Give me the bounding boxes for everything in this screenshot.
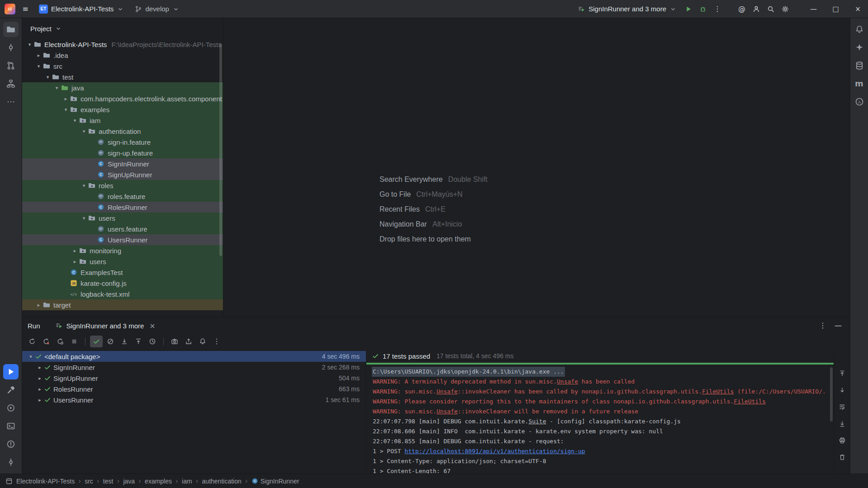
tool-window-button-more-tool-windows[interactable]: ⋯ <box>3 94 19 109</box>
tree-row-authentication[interactable]: ▾authentication <box>22 126 223 137</box>
chevron-icon[interactable]: ▸ <box>71 248 79 254</box>
breadcrumb-item-electrolink-api-tests[interactable]: Electrolink-API-Tests <box>16 478 75 485</box>
tree-row-target[interactable]: ▸target <box>22 299 223 310</box>
console-scrollbar[interactable] <box>830 367 833 422</box>
test-row-signuprunner[interactable]: ▸SignUpRunner504 ms <box>22 373 366 384</box>
run-tab[interactable]: SignInRunner and 3 more × <box>53 317 158 334</box>
tool-window-button-project[interactable] <box>3 22 19 37</box>
print-button[interactable] <box>836 435 849 446</box>
tree-row-usersrunner[interactable]: CUsersRunner <box>22 234 223 245</box>
console-output[interactable]: C:\Users\USUARIO\.jdks\openjdk-24.0.1\bi… <box>366 365 834 474</box>
tool-window-button-services[interactable] <box>3 400 19 416</box>
more-options-button[interactable]: ⋮ <box>210 336 223 347</box>
chevron-icon[interactable]: ▾ <box>53 85 61 91</box>
console-class-link[interactable]: Unsafe <box>557 378 578 385</box>
scroll-end-button[interactable] <box>836 418 849 429</box>
expand-all-button[interactable] <box>118 336 131 347</box>
rerun-failed-tests-button[interactable] <box>40 336 52 347</box>
project-widget[interactable]: ET Electrolink-API-Tests <box>35 2 128 16</box>
tree-row-rolesrunner[interactable]: CRolesRunner <box>22 202 223 213</box>
screenshot-button[interactable] <box>168 336 181 347</box>
chevron-icon[interactable]: ▸ <box>35 302 43 308</box>
minimize-button[interactable]: — <box>803 0 824 18</box>
chevron-icon[interactable]: ▾ <box>27 354 35 360</box>
tool-window-button-pull-requests[interactable] <box>3 58 19 73</box>
show-ignored-button[interactable] <box>104 336 117 347</box>
project-tree-scrollbar[interactable] <box>219 43 222 256</box>
tool-window-button-database[interactable] <box>852 58 867 73</box>
chevron-icon[interactable]: ▸ <box>62 96 70 102</box>
tool-window-button-ai-assistant[interactable] <box>852 40 867 55</box>
tree-row-roles-feature[interactable]: roles.feature <box>22 191 223 202</box>
tree-row-karate-config-js[interactable]: JSkarate-config.js <box>22 278 223 289</box>
tree-row-monitoring[interactable]: ▸monitoring <box>22 245 223 256</box>
tool-window-button-version-control[interactable] <box>3 455 19 470</box>
chevron-icon[interactable]: ▸ <box>36 375 44 381</box>
project-panel-header[interactable]: Project <box>22 18 223 39</box>
breadcrumb-item-signinrunner[interactable]: CSignInRunner <box>251 478 299 485</box>
main-menu-button[interactable]: ≡ <box>19 3 32 15</box>
chevron-icon[interactable]: ▸ <box>36 365 44 370</box>
console-class-link[interactable]: FileUtils <box>702 388 734 395</box>
run-configuration-widget[interactable]: SignInRunner and 3 more <box>574 2 680 16</box>
breadcrumb-item-src[interactable]: src <box>85 478 93 485</box>
tree-row-idea[interactable]: ▸.idea <box>22 50 223 61</box>
chevron-icon[interactable]: ▾ <box>80 215 88 221</box>
tree-row-sign-in-feature[interactable]: sign-in.feature <box>22 137 223 147</box>
ai-assistant-button[interactable]: @ <box>735 3 748 15</box>
tree-row-signuprunner[interactable]: CSignUpRunner <box>22 169 223 180</box>
test-row-usersrunner[interactable]: ▸UsersRunner1 sec 61 ms <box>22 394 366 405</box>
test-row-signinrunner[interactable]: ▸SignInRunner2 sec 268 ms <box>22 362 366 373</box>
tree-row-sign-up-feature[interactable]: sign-up.feature <box>22 147 223 158</box>
tree-row-users[interactable]: ▸users <box>22 256 223 267</box>
tree-row-java[interactable]: ▾java <box>22 82 223 93</box>
tool-window-button-problems[interactable] <box>3 436 19 452</box>
more-actions-button[interactable]: ⋮ <box>711 3 724 15</box>
console-class-link[interactable]: Unsafe <box>436 388 458 395</box>
chevron-icon[interactable]: ▾ <box>80 183 88 189</box>
notifications-button[interactable] <box>196 336 209 347</box>
breadcrumb-item-test[interactable]: test <box>103 478 114 485</box>
export-test-results-button[interactable] <box>182 336 195 347</box>
tree-row-signinrunner[interactable]: CSignInRunner <box>22 158 223 169</box>
tree-row-examplestest[interactable]: CExamplesTest <box>22 267 223 278</box>
code-with-me-button[interactable] <box>750 3 763 15</box>
tree-row-roles[interactable]: ▾roles <box>22 180 223 191</box>
breadcrumb-item-java[interactable]: java <box>123 478 135 485</box>
tool-window-button-commit[interactable] <box>3 40 19 55</box>
breadcrumb-item-iam[interactable]: iam <box>182 478 192 485</box>
debug-button[interactable] <box>697 3 709 15</box>
tree-row-test[interactable]: ▾test <box>22 71 223 82</box>
tree-row-examples[interactable]: ▾examples <box>22 104 223 115</box>
chevron-icon[interactable]: ▾ <box>26 42 33 47</box>
tool-window-button-notifications[interactable] <box>852 22 867 37</box>
tool-window-button-structure[interactable] <box>3 76 19 91</box>
console-class-link[interactable]: Unsafe <box>436 408 458 415</box>
tree-row-users[interactable]: ▾users <box>22 213 223 223</box>
console-link[interactable]: http://localhost:8091/api/v1/authenticat… <box>404 448 585 455</box>
chevron-icon[interactable]: ▾ <box>44 74 52 80</box>
maximize-button[interactable]: □ <box>825 0 846 18</box>
tree-row-electrolink-api-tests[interactable]: ▾Electrolink-API-TestsF:\IdeaProjects\El… <box>22 39 223 50</box>
soft-wrap-button[interactable] <box>836 402 849 412</box>
chevron-icon[interactable]: ▾ <box>71 118 79 123</box>
branch-widget[interactable]: develop <box>131 2 183 16</box>
tree-row-com-hampcoders-electrolink-assets-component[interactable]: ▸com.hampcoders.electrolink.assets.compo… <box>22 93 223 104</box>
tool-window-button-build[interactable] <box>3 382 19 398</box>
chevron-icon[interactable]: ▸ <box>36 397 44 403</box>
test-history-button[interactable] <box>146 336 159 347</box>
test-row-default-package[interactable]: ▾<default package>4 sec 496 ms <box>22 351 366 362</box>
tree-row-logback-test-xml[interactable]: </>logback-test.xml <box>22 289 223 299</box>
chevron-icon[interactable]: ▸ <box>71 259 79 265</box>
collapse-all-button[interactable] <box>132 336 145 347</box>
breadcrumb-item-authentication[interactable]: authentication <box>202 478 242 485</box>
hide-panel-button[interactable]: — <box>832 319 844 332</box>
tool-window-button-terminal[interactable] <box>3 418 19 434</box>
scroll-up-button[interactable] <box>836 368 849 379</box>
tree-row-iam[interactable]: ▾iam <box>22 115 223 126</box>
test-row-rolesrunner[interactable]: ▸RolesRunner663 ms <box>22 384 366 394</box>
tree-row-users-feature[interactable]: users.feature <box>22 223 223 234</box>
tool-window-button-run[interactable] <box>3 364 19 379</box>
stop-button[interactable] <box>68 336 81 347</box>
toggle-auto-test-button[interactable] <box>54 336 66 347</box>
